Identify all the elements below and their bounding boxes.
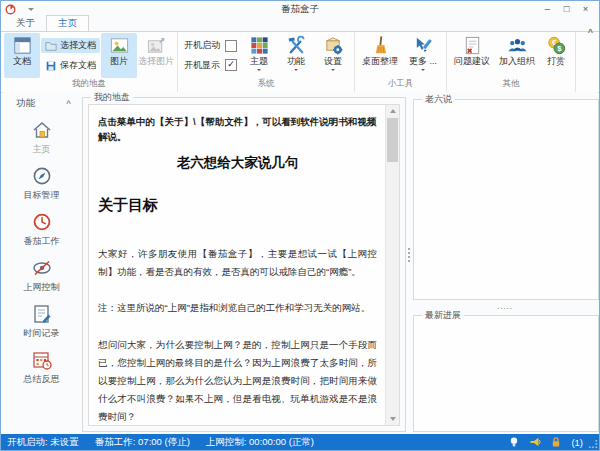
select-image-icon: [146, 35, 167, 56]
people-group-icon: [507, 35, 528, 56]
document-button[interactable]: 文档: [4, 33, 40, 78]
image-button[interactable]: 图片: [101, 33, 137, 78]
ribbon-group-system: 开机启动 开机显示 主题: [178, 32, 355, 92]
status-icons: (1): [508, 436, 593, 448]
quick-access-dropdown-icon[interactable]: [28, 8, 34, 14]
boot-checkboxes: 开机启动 开机显示: [181, 33, 240, 78]
broom-icon: [370, 35, 391, 56]
sidebar-item-net-control[interactable]: 上网控制: [2, 252, 81, 298]
paragraph: 想问问大家，为什么要控制上网？是的，控制上网只是一个手段而已，您控制上网的最终目…: [98, 336, 377, 425]
title-bar: 番茄盒子 – □ ×: [1, 1, 599, 17]
calendar-clock-icon: [31, 349, 53, 371]
collapse-ribbon-icon[interactable]: ^: [588, 27, 593, 37]
notes-pencil-icon: [31, 303, 53, 325]
theme-button[interactable]: 主题: [241, 33, 277, 78]
lock-count: (1): [571, 437, 583, 448]
doc-small-buttons: 选择文档 保存文档: [41, 33, 100, 78]
reward-button[interactable]: € $ 打赏: [540, 33, 572, 78]
app-window: 番茄盒子 – □ × 关于 主页 ^ 文档: [0, 0, 600, 451]
join-org-button[interactable]: 加入组织: [495, 33, 539, 78]
status-net-control: 上网控制: 00:00:00 (正常): [206, 436, 314, 449]
sidebar-item-goals[interactable]: 目标管理: [2, 160, 81, 206]
paragraph: 大家好，许多朋友使用【番茄盒子】，主要是想试一试【上网控制】功能，看是否真的有效…: [98, 245, 377, 281]
scroll-down-icon[interactable]: [386, 413, 399, 425]
select-document-button[interactable]: 选择文档: [41, 38, 100, 53]
show-on-boot-checkbox[interactable]: [225, 59, 237, 71]
laoliu-panel: 老六说: [413, 99, 599, 300]
sidebar-collapse-icon[interactable]: ^: [66, 99, 71, 108]
resize-grip[interactable]: [589, 440, 598, 449]
settings-button[interactable]: 设置: [315, 33, 351, 78]
lock-icon[interactable]: [550, 436, 562, 448]
select-image-button[interactable]: 选择图片: [138, 33, 174, 78]
theme-icon: [249, 35, 270, 56]
vertical-splitter[interactable]: [406, 242, 411, 268]
lightbulb-icon[interactable]: [508, 436, 520, 448]
group-label-my-disk: 我的地盘: [4, 78, 174, 92]
group-label-tools: 小工具: [358, 78, 443, 92]
feedback-doc-icon: [462, 35, 483, 56]
coins-icon: € $: [546, 35, 567, 56]
minimize-button[interactable]: –: [538, 2, 557, 16]
more-dropdown-icon: [421, 69, 425, 73]
tools-icon: [286, 35, 307, 56]
function-button[interactable]: 功能: [278, 33, 314, 78]
document-view[interactable]: 点击菜单中的【关于】\【帮助文件】，可以看到软件说明书和视频解说。 老六想给大家…: [88, 104, 400, 426]
vertical-scrollbar[interactable]: [385, 105, 399, 425]
my-disk-panel-label: 我的地盘: [91, 92, 133, 102]
close-button[interactable]: ×: [576, 2, 595, 16]
autostart-row: 开机启动: [184, 39, 237, 52]
compass-icon: [31, 165, 53, 187]
folder-icon: [45, 40, 57, 52]
ribbon: 文档 选择文档 保存文档: [1, 31, 599, 93]
sidebar-item-time-log[interactable]: 时间记录: [2, 298, 81, 344]
paragraph: 注：这里所说的“上网”是指和浏览自己的工作和学习无关的网站。: [98, 299, 377, 317]
sidebar-item-review[interactable]: 总结反思: [2, 344, 81, 390]
theme-dropdown-icon: [257, 69, 261, 73]
scroll-up-icon[interactable]: [386, 105, 399, 117]
show-on-boot-row: 开机显示: [184, 59, 237, 72]
svg-text:$: $: [557, 44, 562, 53]
status-bar: 开机启动: 未设置 番茄工作: 07:00 (停止) 上网控制: 00:00:0…: [1, 434, 599, 450]
sidebar-item-pomodoro[interactable]: 番茄工作: [2, 206, 81, 252]
group-label-other: 其他: [450, 78, 572, 92]
progress-panel: 最新进展: [413, 315, 599, 432]
app-logo-icon: [5, 4, 16, 15]
home-icon: [31, 119, 53, 141]
work-area: 功能 ^ 主页 目标管理: [2, 92, 598, 434]
cursor-pencil-icon: [413, 35, 434, 56]
autostart-checkbox[interactable]: [225, 40, 237, 52]
section-heading: 关于目标: [98, 196, 377, 215]
tab-about[interactable]: 关于: [5, 16, 46, 31]
progress-panel-label: 最新进展: [422, 310, 464, 320]
group-label-system: 系统: [181, 78, 351, 92]
feedback-button[interactable]: 问题建议: [450, 33, 494, 78]
eye-slash-icon: [31, 257, 53, 279]
tab-home[interactable]: 主页: [46, 15, 89, 31]
ribbon-tabs: 关于 主页 ^: [1, 17, 599, 31]
more-button[interactable]: 更多 ...: [403, 33, 443, 78]
ribbon-group-tools: 桌面整理 更多 ... 小工具: [355, 32, 447, 92]
sidebar: 功能 ^ 主页 目标管理: [2, 92, 81, 434]
ribbon-group-my-disk: 文档 选择文档 保存文档: [1, 32, 178, 92]
image-icon: [109, 35, 130, 56]
function-dropdown-icon: [294, 69, 298, 73]
status-autostart: 开机启动: 未设置: [7, 436, 79, 449]
save-document-button[interactable]: 保存文档: [41, 58, 100, 73]
my-disk-panel: 我的地盘 点击菜单中的【关于】\【帮助文件】，可以看到软件说明书和视频解说。 老…: [82, 97, 406, 432]
laoliu-panel-label: 老六说: [422, 94, 455, 104]
megaphone-icon[interactable]: [529, 436, 541, 448]
window-title: 番茄盒子: [1, 3, 599, 16]
maximize-button[interactable]: □: [557, 2, 576, 16]
scrollbar-thumb[interactable]: [387, 118, 398, 162]
tomato-clock-icon: [31, 211, 53, 233]
document-icon: [12, 35, 33, 56]
sidebar-item-home[interactable]: 主页: [2, 114, 81, 160]
sidebar-header[interactable]: 功能 ^: [2, 92, 81, 114]
window-controls: – □ ×: [538, 2, 595, 16]
save-icon: [45, 60, 57, 72]
document-content: 点击菜单中的【关于】\【帮助文件】，可以看到软件说明书和视频解说。 老六想给大家…: [89, 105, 386, 425]
help-hint-text: 点击菜单中的【关于】\【帮助文件】，可以看到软件说明书和视频解说。: [98, 114, 377, 144]
document-title: 老六想给大家说几句: [98, 154, 377, 172]
desktop-organize-button[interactable]: 桌面整理: [358, 33, 402, 78]
